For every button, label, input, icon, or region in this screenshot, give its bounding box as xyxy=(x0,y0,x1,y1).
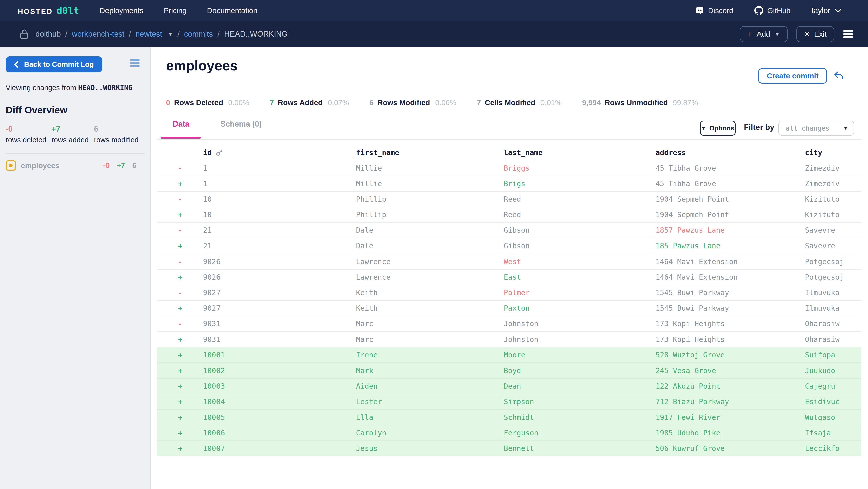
table-cell-address[interactable]: 1464 Mavi Extension xyxy=(655,257,805,266)
table-cell-id[interactable]: 10003 xyxy=(203,382,356,390)
table-cell-city[interactable]: Ifsaja xyxy=(805,429,861,437)
table-cell-last_name[interactable]: Johnston xyxy=(504,319,655,328)
table-cell-last_name[interactable]: Palmer xyxy=(504,288,655,297)
table-cell-id[interactable]: 10006 xyxy=(203,429,356,437)
table-row[interactable]: -21DaleGibson1857 Pawzus LaneSavevre xyxy=(157,223,861,238)
breadcrumb-branch-link[interactable]: newtest xyxy=(135,30,162,39)
table-cell-first_name[interactable]: Phillip xyxy=(356,195,504,203)
table-cell-first_name[interactable]: Millie xyxy=(356,180,504,188)
column-header-last-name[interactable]: last_name xyxy=(504,148,543,157)
table-row[interactable]: -10PhillipReed1904 Sepmeh PointKizituto xyxy=(157,192,861,207)
nav-documentation[interactable]: Documentation xyxy=(207,6,257,15)
table-cell-address[interactable]: 173 Kopi Heights xyxy=(655,335,805,344)
table-cell-first_name[interactable]: Phillip xyxy=(356,210,504,219)
table-cell-id[interactable]: 10002 xyxy=(203,366,356,375)
table-cell-id[interactable]: 1 xyxy=(203,180,356,188)
table-cell-last_name[interactable]: Johnston xyxy=(504,335,655,344)
hosted-dolt-logo[interactable]: HOSTED d0lt xyxy=(18,5,79,16)
sidebar-table-item-employees[interactable]: employees -0 +7 6 xyxy=(5,157,145,173)
table-cell-address[interactable]: 1545 Buwi Parkway xyxy=(655,304,805,313)
table-row[interactable]: +21DaleGibson185 Pawzus LaneSavevre xyxy=(157,238,861,254)
table-cell-address[interactable]: 45 Tibha Grove xyxy=(655,180,805,188)
table-cell-address[interactable]: 173 Kopi Heights xyxy=(655,319,805,328)
table-row[interactable]: +10006CarolynFerguson1985 Uduho PikeIfsa… xyxy=(157,425,861,441)
nav-pricing[interactable]: Pricing xyxy=(164,6,187,15)
table-cell-city[interactable]: Oharasiw xyxy=(805,319,861,328)
table-cell-first_name[interactable]: Dale xyxy=(356,226,504,234)
nav-deployments[interactable]: Deployments xyxy=(100,6,143,15)
table-cell-id[interactable]: 10004 xyxy=(203,397,356,406)
table-cell-first_name[interactable]: Lawrence xyxy=(356,273,504,281)
table-cell-last_name[interactable]: Boyd xyxy=(504,366,655,375)
table-row[interactable]: -9027KeithPalmer1545 Buwi ParkwayIlmuvuk… xyxy=(157,285,861,301)
exit-button[interactable]: ✕ Exit xyxy=(796,26,834,42)
table-cell-first_name[interactable]: Irene xyxy=(356,351,504,359)
table-cell-address[interactable]: 1904 Sepmeh Point xyxy=(655,210,805,219)
table-cell-id[interactable]: 21 xyxy=(203,241,356,250)
discord-link[interactable]: Discord xyxy=(695,6,734,15)
table-cell-address[interactable]: 1917 Fewi River xyxy=(655,413,805,422)
table-cell-first_name[interactable]: Lester xyxy=(356,397,504,406)
table-cell-address[interactable]: 712 Biazu Parkway xyxy=(655,397,805,406)
table-cell-city[interactable]: Potgecsoj xyxy=(805,273,861,281)
table-cell-address[interactable]: 1464 Mavi Extension xyxy=(655,273,805,281)
table-cell-city[interactable]: Kizituto xyxy=(805,210,861,219)
table-cell-first_name[interactable]: Mark xyxy=(356,366,504,375)
table-row[interactable]: +10003AidenDean122 Akozu PointCajegru xyxy=(157,379,861,394)
table-cell-id[interactable]: 9031 xyxy=(203,335,356,344)
table-row[interactable]: +9027KeithPaxton1545 Buwi ParkwayIlmuvuk… xyxy=(157,301,861,316)
table-cell-city[interactable]: Leccikfo xyxy=(805,444,861,453)
table-cell-id[interactable]: 10005 xyxy=(203,413,356,422)
table-cell-city[interactable]: Esidivuc xyxy=(805,397,861,406)
table-cell-city[interactable]: Oharasiw xyxy=(805,335,861,344)
column-header-id[interactable]: id xyxy=(203,148,212,157)
table-cell-first_name[interactable]: Carolyn xyxy=(356,429,504,437)
table-cell-id[interactable]: 10007 xyxy=(203,444,356,453)
table-cell-id[interactable]: 1 xyxy=(203,164,356,172)
table-cell-last_name[interactable]: Simpson xyxy=(504,397,655,406)
table-row[interactable]: +10004LesterSimpson712 Biazu ParkwayEsid… xyxy=(157,394,861,410)
breadcrumb-commits-link[interactable]: commits xyxy=(184,30,213,39)
table-row[interactable]: -1MillieBriggs45 Tibha GroveZimezdiv xyxy=(157,160,861,176)
menu-hamburger-icon[interactable] xyxy=(843,30,853,38)
table-cell-city[interactable]: Savevre xyxy=(805,241,861,250)
column-header-city[interactable]: city xyxy=(805,148,822,157)
sidebar-hamburger-icon[interactable] xyxy=(130,59,140,67)
branch-dropdown-caret-icon[interactable]: ▼ xyxy=(168,31,173,37)
table-row[interactable]: +10PhillipReed1904 Sepmeh PointKizituto xyxy=(157,207,861,223)
table-cell-city[interactable]: Cajegru xyxy=(805,382,861,390)
table-cell-id[interactable]: 10 xyxy=(203,210,356,219)
table-row[interactable]: +10002MarkBoyd245 Vesa GroveJuukudo xyxy=(157,363,861,379)
table-row[interactable]: +10007JesusBennett506 Kuwruf GroveLeccik… xyxy=(157,441,861,456)
table-cell-city[interactable]: Zimezdiv xyxy=(805,180,861,188)
table-cell-last_name[interactable]: Ferguson xyxy=(504,429,655,437)
table-cell-last_name[interactable]: Reed xyxy=(504,210,655,219)
table-row[interactable]: +10005EllaSchmidt1917 Fewi RiverWutgaso xyxy=(157,410,861,425)
table-cell-last_name[interactable]: Reed xyxy=(504,195,655,203)
table-cell-address[interactable]: 1904 Sepmeh Point xyxy=(655,195,805,203)
back-to-commit-log-button[interactable]: Back to Commit Log xyxy=(5,56,102,72)
table-row[interactable]: -9031MarcJohnston173 Kopi HeightsOharasi… xyxy=(157,316,861,332)
user-menu[interactable]: taylor xyxy=(811,6,841,15)
github-link[interactable]: GitHub xyxy=(754,6,790,15)
table-cell-id[interactable]: 10001 xyxy=(203,351,356,359)
add-button[interactable]: + Add ▼ xyxy=(740,26,787,42)
table-cell-last_name[interactable]: Dean xyxy=(504,382,655,390)
table-cell-address[interactable]: 245 Vesa Grove xyxy=(655,366,805,375)
table-cell-city[interactable]: Juukudo xyxy=(805,366,861,375)
table-cell-first_name[interactable]: Lawrence xyxy=(356,257,504,266)
table-cell-first_name[interactable]: Marc xyxy=(356,335,504,344)
table-cell-address[interactable]: 185 Pawzus Lane xyxy=(655,241,805,250)
table-row[interactable]: +10001IreneMoore528 Wuztoj GroveSuifopa xyxy=(157,348,861,363)
column-header-first-name[interactable]: first_name xyxy=(356,148,399,157)
table-cell-first_name[interactable]: Keith xyxy=(356,288,504,297)
tab-schema[interactable]: Schema (0) xyxy=(220,120,261,129)
table-cell-last_name[interactable]: Gibson xyxy=(504,241,655,250)
table-cell-last_name[interactable]: Gibson xyxy=(504,226,655,234)
table-cell-last_name[interactable]: Moore xyxy=(504,351,655,359)
column-header-address[interactable]: address xyxy=(655,148,686,157)
options-button[interactable]: ▼ Options xyxy=(700,121,736,136)
table-cell-first_name[interactable]: Ella xyxy=(356,413,504,422)
table-cell-last_name[interactable]: Schmidt xyxy=(504,413,655,422)
table-cell-first_name[interactable]: Keith xyxy=(356,304,504,313)
